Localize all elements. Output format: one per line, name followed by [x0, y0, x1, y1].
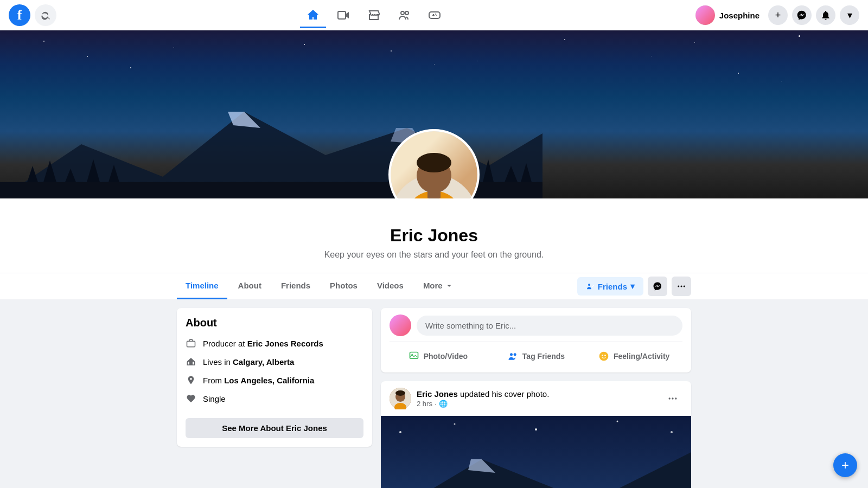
- profile-info: Eric Jones Keep your eyes on the stars a…: [0, 198, 868, 268]
- svg-point-22: [417, 153, 451, 172]
- menu-dropdown-button[interactable]: ▾: [840, 5, 859, 25]
- nav-user-profile[interactable]: Josephine: [691, 3, 764, 27]
- nav-center: [56, 2, 691, 28]
- tab-timeline[interactable]: Timeline: [177, 273, 227, 299]
- svg-point-2: [405, 11, 409, 15]
- cover-photo: [0, 30, 868, 198]
- briefcase-icon: [186, 338, 196, 349]
- about-title: About: [186, 317, 363, 329]
- about-card: About Producer at Eric Jones Records Liv…: [177, 308, 372, 447]
- message-button[interactable]: [648, 277, 667, 296]
- about-home-text: Lives in Calgary, Alberta: [203, 357, 294, 367]
- about-work-company: Eric Jones Records: [247, 339, 323, 348]
- svg-point-35: [602, 355, 603, 356]
- write-post-top: Write something to Eric...: [390, 314, 682, 336]
- facebook-logo[interactable]: f: [9, 4, 30, 26]
- profile-name: Eric Jones: [0, 226, 868, 246]
- svg-marker-10: [27, 166, 38, 182]
- main-content: Eric Jones Keep your eyes on the stars a…: [0, 30, 868, 488]
- activity-more-button[interactable]: [663, 389, 682, 408]
- svg-point-49: [671, 431, 673, 433]
- feeling-activity-label: Feeling/Activity: [614, 352, 669, 361]
- svg-point-4: [436, 15, 437, 16]
- svg-point-32: [510, 353, 513, 356]
- messenger-button[interactable]: [792, 5, 812, 25]
- fab-button[interactable]: +: [833, 453, 857, 477]
- svg-point-41: [669, 397, 671, 399]
- tag-friends-button[interactable]: Tag Friends: [488, 346, 585, 366]
- write-post-actions: Photo/Video Tag Friends Feeling/Activity: [390, 342, 682, 366]
- about-relationship-item: Single: [186, 393, 363, 404]
- tab-friends[interactable]: Friends: [272, 273, 319, 299]
- photo-video-button[interactable]: Photo/Video: [390, 346, 487, 366]
- activity-text: Eric Jones updated his cover photo.: [417, 389, 549, 399]
- photo-video-label: Photo/Video: [424, 352, 468, 361]
- nav-user-avatar: [695, 5, 715, 25]
- about-relationship-text: Single: [203, 394, 226, 403]
- right-column: Write something to Eric... Photo/Video T…: [381, 308, 691, 488]
- activity-cover-image: [381, 416, 691, 488]
- tab-more[interactable]: More: [414, 273, 462, 299]
- feeling-activity-button[interactable]: Feeling/Activity: [585, 346, 682, 366]
- more-actions-button[interactable]: [672, 277, 691, 296]
- friends-button[interactable]: Friends ▾: [577, 277, 643, 296]
- write-post-card: Write something to Eric... Photo/Video T…: [381, 308, 691, 373]
- tab-videos[interactable]: Videos: [368, 273, 412, 299]
- svg-point-40: [395, 390, 405, 396]
- svg-rect-28: [187, 341, 195, 347]
- svg-rect-30: [410, 352, 418, 359]
- svg-point-24: [588, 284, 590, 286]
- about-from-text: From Los Angeles, California: [203, 376, 314, 385]
- svg-point-36: [604, 355, 606, 356]
- post-author-avatar: [390, 314, 411, 336]
- profile-bio: Keep your eyes on the stars and your fee…: [0, 250, 868, 260]
- content-area: About Producer at Eric Jones Records Liv…: [168, 308, 700, 488]
- svg-point-5: [435, 14, 436, 15]
- nav-gaming-button[interactable]: [422, 2, 448, 28]
- profile-tabs: Timeline About Friends Photos Videos Mor…: [168, 273, 700, 299]
- profile-picture-inner: [391, 131, 477, 198]
- about-from-city: Los Angeles, California: [224, 376, 314, 385]
- activity-time: 2 hrs: [417, 400, 432, 408]
- activity-card: Eric Jones updated his cover photo. 2 hr…: [381, 381, 691, 488]
- about-home-city: Calgary, Alberta: [233, 357, 294, 367]
- tab-about[interactable]: About: [229, 273, 270, 299]
- fb-logo-letter: f: [17, 8, 22, 22]
- search-button[interactable]: [35, 4, 56, 26]
- nav-home-button[interactable]: [300, 2, 326, 28]
- tab-photos[interactable]: Photos: [321, 273, 366, 299]
- svg-point-45: [399, 431, 401, 433]
- svg-point-42: [672, 397, 673, 399]
- notifications-button[interactable]: [816, 5, 835, 25]
- about-from-item: From Los Angeles, California: [186, 375, 363, 386]
- activity-separator: ·: [435, 400, 437, 408]
- left-column: About Producer at Eric Jones Records Liv…: [177, 308, 372, 488]
- svg-point-1: [401, 11, 404, 15]
- nav-left: f: [9, 4, 56, 26]
- profile-tabs-wrap: Timeline About Friends Photos Videos Mor…: [0, 273, 868, 299]
- activity-text-wrap: Eric Jones updated his cover photo. 2 hr…: [417, 389, 549, 408]
- nav-store-button[interactable]: [361, 2, 387, 28]
- location-icon: [186, 375, 196, 386]
- nav-video-button[interactable]: [330, 2, 356, 28]
- create-button[interactable]: +: [768, 5, 788, 25]
- activity-meta: 2 hrs · 🌐: [417, 400, 549, 408]
- about-work-text: Producer at Eric Jones Records: [203, 339, 323, 348]
- svg-point-34: [599, 352, 609, 361]
- svg-point-47: [535, 428, 537, 431]
- svg-rect-0: [338, 11, 346, 19]
- activity-username: Eric Jones: [417, 389, 458, 399]
- activity-action: updated his cover photo.: [460, 389, 549, 399]
- svg-point-25: [678, 286, 679, 287]
- activity-user: Eric Jones updated his cover photo. 2 hr…: [390, 388, 549, 409]
- svg-point-43: [675, 397, 676, 399]
- svg-point-27: [684, 286, 685, 287]
- svg-rect-23: [427, 191, 441, 198]
- svg-point-26: [681, 286, 682, 287]
- home-icon: [186, 356, 196, 367]
- nav-groups-button[interactable]: [391, 2, 417, 28]
- see-more-about-button[interactable]: See More About Eric Jones: [186, 418, 363, 438]
- write-post-input[interactable]: Write something to Eric...: [417, 316, 682, 336]
- activity-header: Eric Jones updated his cover photo. 2 hr…: [381, 381, 691, 416]
- about-work-item: Producer at Eric Jones Records: [186, 338, 363, 349]
